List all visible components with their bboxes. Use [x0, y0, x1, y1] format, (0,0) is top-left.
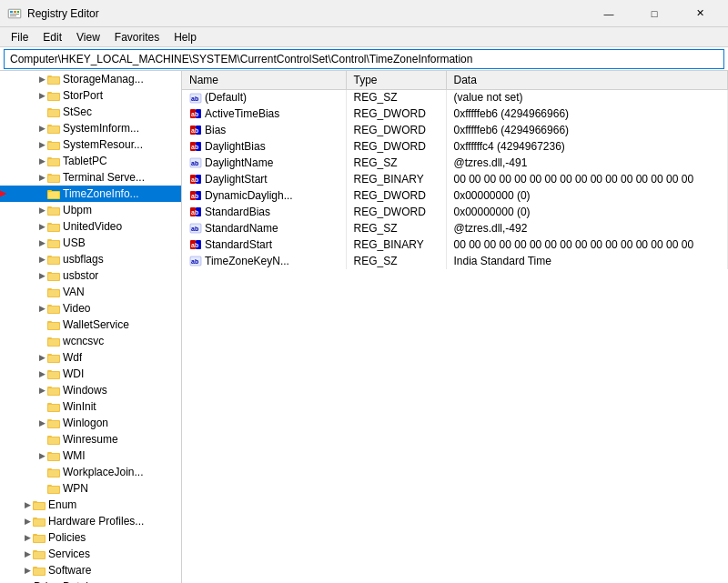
tree-item-label: UnitedVideo	[63, 220, 122, 233]
svg-text:ab: ab	[191, 111, 198, 117]
menu-favorites[interactable]: Favorites	[107, 29, 167, 45]
cell-name: ab (Default)	[182, 89, 346, 106]
expand-arrow[interactable]: ▶	[22, 499, 33, 510]
col-type[interactable]: Type	[346, 71, 446, 89]
tree-item[interactable]: ▶ Software	[0, 562, 181, 578]
svg-rect-84	[48, 487, 59, 493]
table-row[interactable]: ab ActiveTimeBias REG_DWORD 0xfffffeb6 (…	[182, 106, 728, 122]
expand-arrow[interactable]: ▶	[36, 90, 47, 101]
expand-arrow[interactable]: ▶	[36, 254, 47, 265]
tree-item[interactable]: ▶ Enum	[0, 497, 181, 513]
folder-icon	[47, 286, 60, 298]
tree-item[interactable]: wcncsvc	[0, 333, 181, 349]
col-data[interactable]: Data	[446, 71, 728, 89]
address-bar	[0, 47, 728, 71]
expand-arrow[interactable]: ▶	[36, 450, 47, 461]
tree-item[interactable]: StSec	[0, 104, 181, 120]
tree-item[interactable]: ▶ Windows	[0, 382, 181, 398]
expand-arrow[interactable]: ▶	[22, 565, 33, 576]
tree-item[interactable]: ▶ UnitedVideo	[0, 218, 181, 235]
col-name[interactable]: Name	[182, 71, 346, 89]
svg-rect-77	[47, 452, 52, 454]
tree-item[interactable]: ▶ TabletPC	[0, 153, 181, 169]
expand-arrow[interactable]: ▶	[36, 74, 47, 85]
app-icon	[7, 6, 22, 21]
cell-name: ab Bias	[182, 122, 346, 138]
tree-item[interactable]: WinInit	[0, 398, 181, 415]
expand-arrow[interactable]: ▶	[36, 123, 47, 134]
maximize-button[interactable]: □	[633, 0, 675, 27]
expand-arrow[interactable]: ▶	[36, 385, 47, 396]
svg-rect-75	[48, 437, 59, 444]
menu-view[interactable]: View	[69, 29, 107, 45]
minimize-button[interactable]: —	[588, 0, 630, 27]
table-row[interactable]: ab (Default) REG_SZ (value not set)	[182, 89, 728, 106]
expand-arrow[interactable]: ▶	[36, 139, 47, 150]
tree-item[interactable]: ▶ Ubpm	[0, 202, 181, 218]
tree-item[interactable]: ▶ Video	[0, 300, 181, 317]
expand-arrow[interactable]: ▶	[36, 352, 47, 363]
table-row[interactable]: ab StandardName REG_SZ @tzres.dll,-492	[182, 220, 728, 236]
tree-item[interactable]: WorkplaceJoin...	[0, 464, 181, 480]
table-row[interactable]: ab StandardStart REG_BINARY 00 00 00 00 …	[182, 236, 728, 253]
tree-item[interactable]: ▶ Policies	[0, 529, 181, 546]
address-input[interactable]	[4, 49, 724, 69]
expand-arrow[interactable]: ▶	[36, 172, 47, 183]
cell-type: REG_BINARY	[346, 236, 446, 253]
expand-arrow[interactable]: ▶	[36, 303, 47, 314]
tree-item-label: Wdf	[63, 351, 82, 364]
expand-arrow[interactable]: ▶	[36, 270, 47, 281]
svg-rect-38	[47, 239, 52, 241]
tree-item[interactable]: Winresume	[0, 431, 181, 447]
expand-arrow[interactable]: ▶	[36, 368, 47, 379]
folder-icon	[47, 417, 60, 429]
expand-arrow[interactable]: ▶	[36, 205, 47, 216]
expand-arrow[interactable]: ▶	[36, 221, 47, 232]
menu-file[interactable]: File	[4, 29, 35, 45]
expand-arrow[interactable]: ▶	[36, 417, 47, 428]
expand-arrow[interactable]: ▶	[22, 548, 33, 559]
table-row[interactable]: ab DynamicDayligh... REG_DWORD 0x0000000…	[182, 187, 728, 204]
tree-item[interactable]: ▶ usbflags	[0, 251, 181, 267]
tree-item[interactable]: ▶ DriverDatabase	[0, 578, 181, 583]
table-row[interactable]: ab Bias REG_DWORD 0xfffffeb6 (4294966966…	[182, 122, 728, 138]
tree-item[interactable]: ▶ usbstor	[0, 267, 181, 284]
tree-item[interactable]: ▶ StorPort	[0, 87, 181, 104]
table-row[interactable]: ab DaylightBias REG_DWORD 0xffffffc4 (42…	[182, 138, 728, 155]
table-row[interactable]: ab TimeZoneKeyN... REG_SZ India Standard…	[182, 253, 728, 269]
expand-arrow[interactable]: ▶	[22, 516, 33, 527]
tree-item[interactable]: WalletService	[0, 317, 181, 333]
table-row[interactable]: ab DaylightStart REG_BINARY 00 00 00 00 …	[182, 171, 728, 187]
svg-rect-83	[47, 485, 52, 487]
tree-item[interactable]: ▶ Wdf	[0, 349, 181, 366]
tree-item[interactable]: ➤ TimeZoneInfo...	[0, 186, 181, 202]
menu-help[interactable]: Help	[167, 29, 204, 45]
tree-item[interactable]: ▶ USB	[0, 235, 181, 251]
table-row[interactable]: ab StandardBias REG_DWORD 0x00000000 (0)	[182, 204, 728, 220]
table-row[interactable]: ab DaylightName REG_SZ @tzres.dll,-491	[182, 155, 728, 171]
tree-item[interactable]: ▶ SystemInform...	[0, 120, 181, 136]
tree-item[interactable]: ▶ WDI	[0, 366, 181, 382]
svg-rect-9	[48, 77, 59, 84]
svg-rect-54	[48, 323, 59, 329]
tree-item[interactable]: ▶ Services	[0, 546, 181, 562]
tree-item[interactable]: VAN	[0, 284, 181, 300]
tree-item[interactable]: ▶ Winlogon	[0, 415, 181, 431]
tree-item-label: USB	[63, 236, 86, 249]
svg-rect-47	[47, 288, 52, 290]
close-button[interactable]: ✕	[679, 0, 721, 27]
tree-item[interactable]: ▶ Terminal Serve...	[0, 169, 181, 186]
menu-edit[interactable]: Edit	[35, 29, 69, 45]
expand-arrow[interactable]: ▶	[36, 156, 47, 166]
menu-bar: File Edit View Favorites Help	[0, 27, 728, 47]
cell-type: REG_BINARY	[346, 171, 446, 187]
expand-arrow[interactable]: ▶	[36, 237, 47, 248]
tree-item[interactable]: ▶ WMI	[0, 447, 181, 464]
svg-rect-81	[48, 470, 59, 477]
cell-data: 0x00000000 (0)	[446, 204, 728, 220]
tree-item[interactable]: WPN	[0, 480, 181, 497]
tree-item[interactable]: ▶ SystemResour...	[0, 136, 181, 153]
tree-item[interactable]: ▶ StorageManag...	[0, 71, 181, 87]
tree-item[interactable]: ▶ Hardware Profiles...	[0, 513, 181, 529]
expand-arrow[interactable]: ▶	[22, 532, 33, 543]
